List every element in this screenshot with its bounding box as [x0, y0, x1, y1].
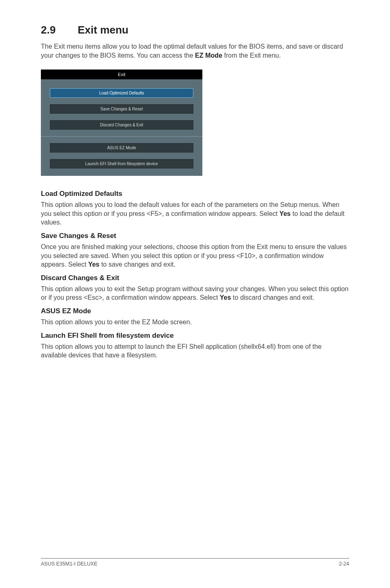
save-changes-reset-button[interactable]: Save Changes & Reset [50, 104, 193, 114]
text-bold: Yes [88, 261, 100, 268]
page-footer: ASUS E35M1-I DELUXE 2-24 [41, 558, 349, 567]
section-title: Exit menu [78, 24, 128, 36]
launch-efi-shell-button[interactable]: Launch EFI Shell from filesystem device [50, 159, 193, 168]
discard-exit-para: This option allows you to exit the Setup… [41, 285, 349, 302]
launch-efi-heading: Launch EFI Shell from filesystem device [41, 332, 349, 340]
text-pre: Once you are finished making your select… [41, 243, 347, 268]
intro-text-pre: The Exit menu items allow you to load th… [41, 43, 343, 59]
save-reset-heading: Save Changes & Reset [41, 232, 349, 240]
exit-panel-title: Exit [41, 70, 202, 79]
text-post: to save changes and exit. [99, 261, 175, 268]
intro-bold: EZ Mode [195, 52, 222, 59]
panel-divider [41, 136, 202, 137]
exit-panel-body: Load Optimized Defaults Save Changes & R… [41, 79, 202, 168]
launch-efi-para: This option allows you to attempt to lau… [41, 342, 349, 360]
intro-paragraph: The Exit menu items allow you to load th… [41, 42, 349, 60]
footer-left: ASUS E35M1-I DELUXE [41, 561, 97, 567]
ez-mode-heading: ASUS EZ Mode [41, 307, 349, 315]
discard-changes-exit-button[interactable]: Discard Changes & Exit [50, 120, 193, 130]
load-optimized-defaults-button[interactable]: Load Optimized Defaults [50, 88, 193, 98]
section-heading: 2.9Exit menu [41, 24, 349, 36]
intro-text-post: from the Exit menu. [222, 52, 281, 59]
text-post: to discard changes and exit. [231, 294, 314, 301]
footer-right: 2-24 [339, 561, 349, 567]
text-bold: Yes [279, 210, 291, 217]
load-defaults-para: This option allows you to load the defau… [41, 200, 349, 227]
discard-exit-heading: Discard Changes & Exit [41, 274, 349, 282]
load-defaults-heading: Load Optimized Defaults [41, 190, 349, 198]
save-reset-para: Once you are finished making your select… [41, 242, 349, 269]
asus-ez-mode-button[interactable]: ASUS EZ Mode [50, 143, 193, 153]
ez-mode-para: This option allows you to enter the EZ M… [41, 318, 349, 327]
exit-menu-panel: Exit Load Optimized Defaults Save Change… [41, 70, 202, 176]
section-number: 2.9 [41, 24, 78, 36]
text-bold: Yes [220, 294, 231, 301]
